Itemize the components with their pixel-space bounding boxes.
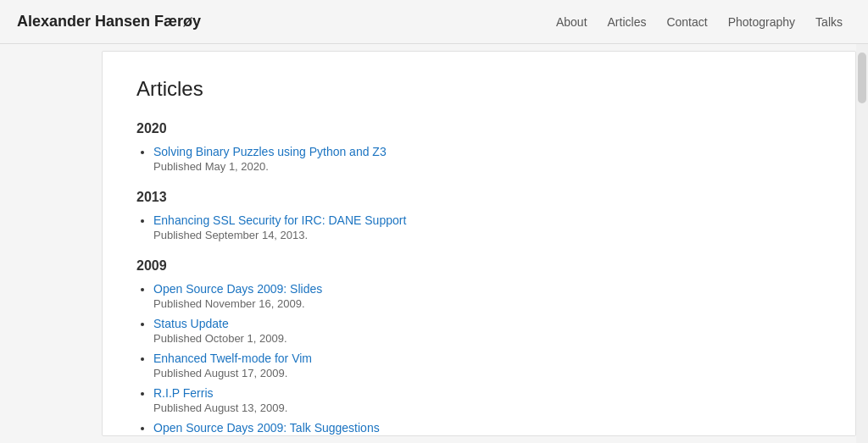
article-link[interactable]: Open Source Days 2009: Talk Suggestions [153,421,380,435]
article-date: Published November 16, 2009. [153,297,821,310]
site-title: Alexander Hansen Færøy [17,13,201,30]
year-heading-2020: 2020 [136,121,821,136]
list-item: Enhancing SSL Security for IRC: DANE Sup… [153,213,821,241]
year-heading-2009: 2009 [136,258,821,274]
site-header: Alexander Hansen Færøy AboutArticlesCont… [0,0,868,44]
article-list-2009: Open Source Days 2009: SlidesPublished N… [136,282,821,436]
list-item: R.I.P FerrisPublished August 13, 2009. [153,386,821,414]
nav-link-contact[interactable]: Contact [658,10,715,34]
article-link[interactable]: R.I.P Ferris [153,386,214,400]
article-date: Published August 13, 2009. [153,401,821,414]
nav-link-articles[interactable]: Articles [599,10,655,34]
article-link[interactable]: Status Update [153,317,229,330]
article-list-2020: Solving Binary Puzzles using Python and … [136,145,821,173]
nav-link-photography[interactable]: Photography [720,10,804,34]
article-list-2013: Enhancing SSL Security for IRC: DANE Sup… [136,213,821,241]
list-item: Solving Binary Puzzles using Python and … [153,145,821,173]
nav-link-talks[interactable]: Talks [807,10,851,34]
article-link[interactable]: Open Source Days 2009: Slides [153,282,322,296]
list-item: Open Source Days 2009: SlidesPublished N… [153,282,821,310]
articles-container: 2020Solving Binary Puzzles using Python … [136,121,821,436]
article-date: Published August 17, 2009. [153,367,821,379]
scrollbar-thumb[interactable] [858,53,866,103]
main-nav: AboutArticlesContactPhotographyTalks [548,10,851,34]
page-heading: Articles [136,77,821,101]
article-date: Published October 1, 2009. [153,332,821,345]
list-item: Status UpdatePublished October 1, 2009. [153,317,821,345]
article-link[interactable]: Enhanced Twelf-mode for Vim [153,352,312,365]
article-date: Published September 14, 2013. [153,229,821,241]
article-link[interactable]: Solving Binary Puzzles using Python and … [153,145,387,158]
content-area: Articles 2020Solving Binary Puzzles usin… [0,44,868,443]
scrollbar-area[interactable] [856,44,868,443]
list-item: Open Source Days 2009: Talk SuggestionsP… [153,421,821,436]
list-item: Enhanced Twelf-mode for VimPublished Aug… [153,352,821,379]
nav-link-about[interactable]: About [548,10,596,34]
article-link[interactable]: Enhancing SSL Security for IRC: DANE Sup… [153,213,406,227]
main-content: Articles 2020Solving Binary Puzzles usin… [102,51,856,436]
article-date: Published May 1, 2020. [153,160,821,173]
page-wrapper: Alexander Hansen Færøy AboutArticlesCont… [0,0,868,443]
year-heading-2013: 2013 [136,190,821,205]
